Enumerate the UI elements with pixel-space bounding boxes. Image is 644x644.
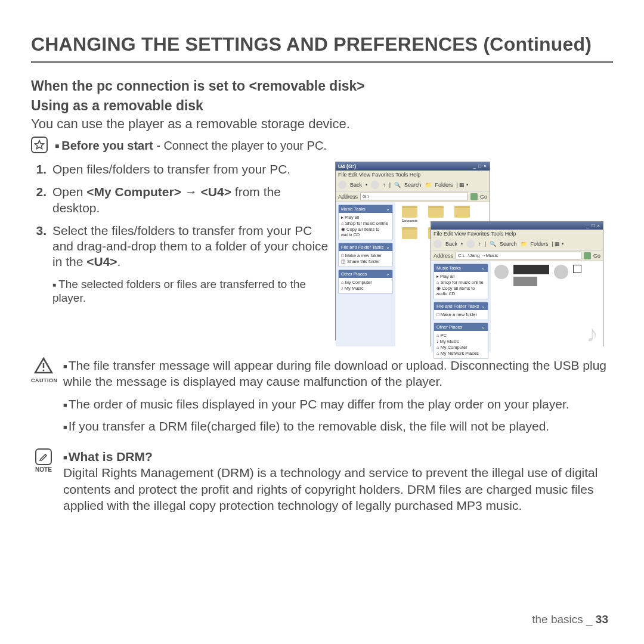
svg-marker-0: [35, 141, 44, 149]
steps-list: 1. Open files/folders to transfer from y…: [31, 162, 329, 352]
note-block: NOTE ■What is DRM? Digital Rights Manage…: [31, 448, 613, 513]
caution-item-3: If you transfer a DRM file(charged file)…: [69, 419, 550, 433]
caution-icon: [34, 357, 53, 374]
step-1: 1. Open files/folders to transfer from y…: [31, 162, 329, 177]
caution-item-1: The file transfer message will appear du…: [63, 358, 606, 388]
step-2: 2. Open <My Computer> → <U4> from the de…: [31, 184, 329, 216]
screenshot-area: U4 (G:)_ □ × File Edit View Favorites To…: [335, 162, 613, 352]
before-you-start: ■Before you start - Connect the player t…: [31, 137, 613, 153]
step-subbullet: ■The selected folders or files are trans…: [52, 277, 329, 306]
svg-point-3: [43, 370, 45, 371]
page-footer: the basics _ 33: [532, 613, 608, 626]
page-title: CHANGING THE SETTINGS AND PREFERENCES (C…: [31, 33, 613, 63]
explorer-window-2: _ □ × File Edit View Favorites Tools Hel…: [431, 221, 603, 346]
intro-text: You can use the player as a removable st…: [31, 116, 613, 132]
note-heading: What is DRM?: [69, 450, 153, 463]
note-icon: [35, 448, 52, 465]
before-text: ■Before you start - Connect the player t…: [55, 139, 327, 153]
section-subtitle: When the pc connection is set to <remova…: [31, 78, 613, 94]
step-3: 3. Select the files/folders to transfer …: [31, 223, 329, 270]
music-note-icon: ♪: [586, 320, 598, 347]
note-text: Digital Rights Management (DRM) is a tec…: [63, 465, 613, 513]
caution-item-2: The order of music files displayed in yo…: [69, 397, 569, 411]
section-subhead: Using as a removable disk: [31, 98, 613, 114]
star-icon: [31, 137, 48, 153]
caution-block: CAUTION ■The file transfer message will …: [31, 357, 613, 440]
caution-label: CAUTION: [31, 377, 56, 383]
note-label: NOTE: [31, 466, 56, 473]
